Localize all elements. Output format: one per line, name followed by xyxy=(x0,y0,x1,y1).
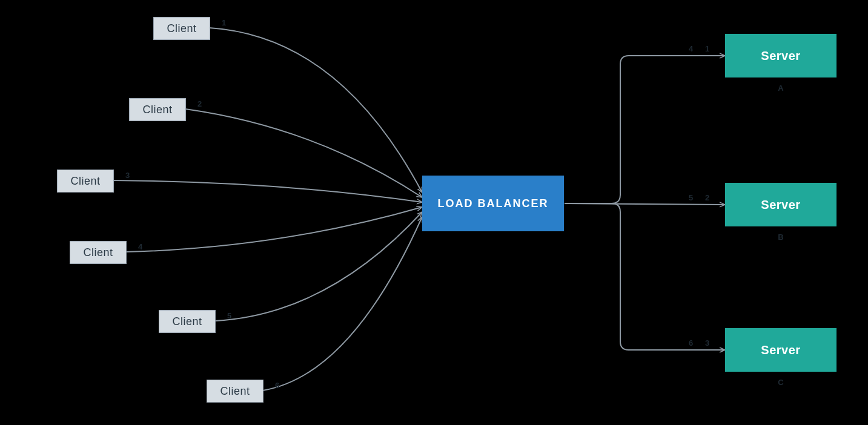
client-box-6: Client xyxy=(207,380,263,403)
server-b-inbound-num-1: 5 xyxy=(689,193,693,202)
client-label-1: Client xyxy=(167,22,196,35)
arrow-client-1-to-lb xyxy=(210,28,422,193)
client-label-3: Client xyxy=(70,175,100,188)
server-c-inbound-num-2: 3 xyxy=(705,338,709,348)
load-balancer-label: LOAD BALANCER xyxy=(438,197,549,210)
client-number-5: 5 xyxy=(227,311,231,320)
client-label-6: Client xyxy=(220,385,250,398)
arrow-client-2-to-lb xyxy=(185,109,422,197)
client-label-4: Client xyxy=(83,246,113,259)
server-b-inbound-num-2: 2 xyxy=(705,193,709,202)
server-a-inbound-num-1: 4 xyxy=(689,44,693,53)
server-label-c: Server xyxy=(761,343,800,357)
server-letter-a: A xyxy=(775,84,787,93)
arrow-lb-to-server-3 xyxy=(565,203,725,350)
client-label-2: Client xyxy=(142,104,172,116)
diagram-stage: Client1Client2Client3Client4Client5Clien… xyxy=(0,0,868,425)
client-number-2: 2 xyxy=(197,99,202,108)
arrow-client-6-to-lb xyxy=(263,217,422,390)
server-a-inbound-num-2: 1 xyxy=(705,44,709,53)
load-balancer-box: LOAD BALANCER xyxy=(422,176,564,231)
arrow-lb-to-server-2 xyxy=(565,203,725,205)
server-box-b: Server xyxy=(725,183,837,226)
arrow-client-5-to-lb xyxy=(215,212,422,321)
client-number-6: 6 xyxy=(275,381,279,390)
client-box-4: Client xyxy=(70,241,127,264)
server-c-inbound-num-1: 6 xyxy=(689,338,693,348)
client-box-5: Client xyxy=(159,310,216,333)
client-box-2: Client xyxy=(129,98,186,121)
client-number-3: 3 xyxy=(125,171,130,180)
server-label-a: Server xyxy=(761,49,800,63)
server-letter-b: B xyxy=(775,232,787,242)
arrow-client-4-to-lb xyxy=(126,207,422,252)
client-number-4: 4 xyxy=(138,242,142,251)
server-letter-c: C xyxy=(775,378,787,387)
server-box-a: Server xyxy=(725,34,837,77)
arrow-client-3-to-lb xyxy=(113,180,422,202)
arrow-lb-to-server-1 xyxy=(565,56,725,203)
client-box-3: Client xyxy=(57,170,114,193)
client-number-1: 1 xyxy=(222,18,226,27)
server-box-c: Server xyxy=(725,328,837,372)
server-label-b: Server xyxy=(761,198,800,212)
client-label-5: Client xyxy=(172,315,202,328)
client-box-1: Client xyxy=(153,17,210,40)
